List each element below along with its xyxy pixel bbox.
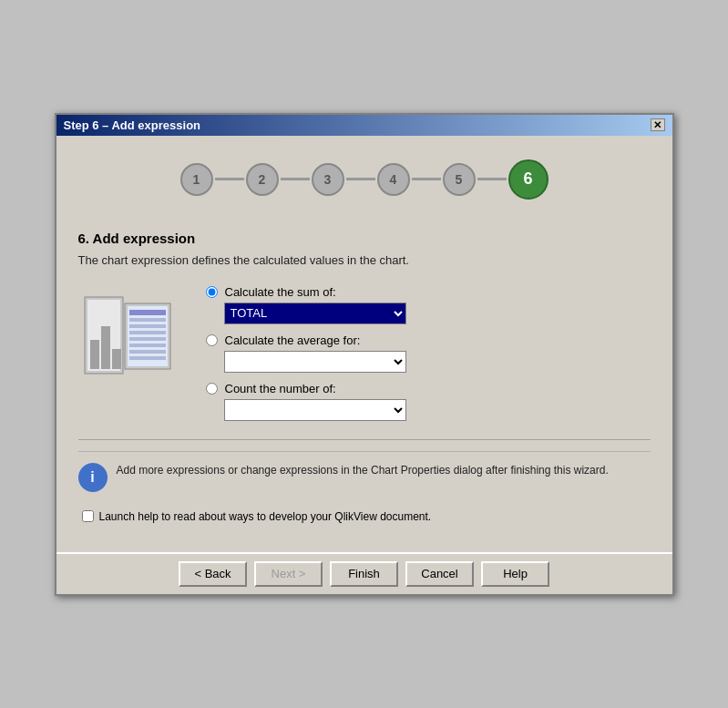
step-connector-3 xyxy=(346,178,375,180)
step-indicator: 1 2 3 4 5 6 xyxy=(78,150,651,209)
count-option-group: Count the number of: xyxy=(206,382,651,421)
help-checkbox[interactable] xyxy=(82,510,94,522)
step-connector-1 xyxy=(215,178,244,180)
sum-dropdown[interactable]: TOTAL xyxy=(224,303,406,324)
step-connector-2 xyxy=(281,178,310,180)
count-radio-row: Count the number of: xyxy=(206,382,651,395)
avg-dropdown-row xyxy=(224,351,651,373)
sum-label: Calculate the sum of: xyxy=(225,285,336,299)
sum-radio[interactable] xyxy=(206,286,218,298)
avg-label: Calculate the average for: xyxy=(225,333,361,347)
finish-button[interactable]: Finish xyxy=(330,561,398,587)
svg-rect-9 xyxy=(129,324,166,328)
avg-option-group: Calculate the average for: xyxy=(206,333,651,373)
svg-rect-12 xyxy=(129,344,166,347)
svg-rect-4 xyxy=(112,349,121,369)
count-radio[interactable] xyxy=(206,383,218,395)
sum-option-group: Calculate the sum of: TOTAL xyxy=(206,285,651,324)
info-section: i Add more expressions or change express… xyxy=(78,451,651,499)
avg-dropdown[interactable] xyxy=(224,351,406,373)
step-6-active[interactable]: 6 xyxy=(508,159,549,200)
help-checkbox-label: Launch help to read about ways to develo… xyxy=(99,510,432,523)
count-label: Count the number of: xyxy=(225,382,336,395)
sum-radio-row: Calculate the sum of: xyxy=(206,285,651,299)
separator xyxy=(78,439,651,440)
content-area: Calculate the sum of: TOTAL Calculate th… xyxy=(78,285,651,421)
step-3[interactable]: 3 xyxy=(312,163,344,196)
svg-rect-2 xyxy=(90,340,99,369)
close-button[interactable]: ✕ xyxy=(651,118,665,131)
title-bar: Step 6 – Add expression ✕ xyxy=(56,115,672,136)
avg-radio[interactable] xyxy=(206,334,218,346)
step-5[interactable]: 5 xyxy=(443,163,476,196)
checkbox-row: Launch help to read about ways to develo… xyxy=(82,510,651,523)
dialog-window: Step 6 – Add expression ✕ 1 2 3 4 5 6 6.… xyxy=(55,113,674,596)
step-2[interactable]: 2 xyxy=(246,163,279,196)
svg-rect-3 xyxy=(101,326,110,369)
count-dropdown-row xyxy=(224,399,651,421)
cancel-button[interactable]: Cancel xyxy=(405,561,474,587)
count-dropdown[interactable] xyxy=(224,399,406,421)
dialog-footer: < Back Next > Finish Cancel Help xyxy=(56,552,672,594)
next-button[interactable]: Next > xyxy=(254,561,323,587)
dialog-title: Step 6 – Add expression xyxy=(64,118,201,132)
sum-dropdown-row: TOTAL xyxy=(224,303,651,324)
svg-rect-10 xyxy=(129,331,166,334)
info-icon: i xyxy=(78,463,108,492)
svg-rect-11 xyxy=(129,337,166,341)
step-1[interactable]: 1 xyxy=(180,163,213,196)
svg-rect-7 xyxy=(129,310,166,315)
step-4[interactable]: 4 xyxy=(377,163,410,196)
section-description: The chart expression defines the calcula… xyxy=(78,253,651,267)
section-heading: 6. Add expression xyxy=(78,231,651,246)
avg-radio-row: Calculate the average for: xyxy=(206,333,651,347)
options-area: Calculate the sum of: TOTAL Calculate th… xyxy=(206,285,651,421)
info-text: Add more expressions or change expressio… xyxy=(117,463,651,478)
svg-rect-14 xyxy=(129,356,166,360)
back-button[interactable]: < Back xyxy=(179,561,247,587)
step-connector-4 xyxy=(412,178,441,180)
svg-rect-13 xyxy=(129,350,166,354)
help-button[interactable]: Help xyxy=(481,561,549,587)
dialog-body: 1 2 3 4 5 6 6. Add expression The chart … xyxy=(56,136,672,552)
step-connector-5 xyxy=(477,178,507,180)
svg-rect-8 xyxy=(129,318,166,322)
chart-icon xyxy=(78,285,179,385)
